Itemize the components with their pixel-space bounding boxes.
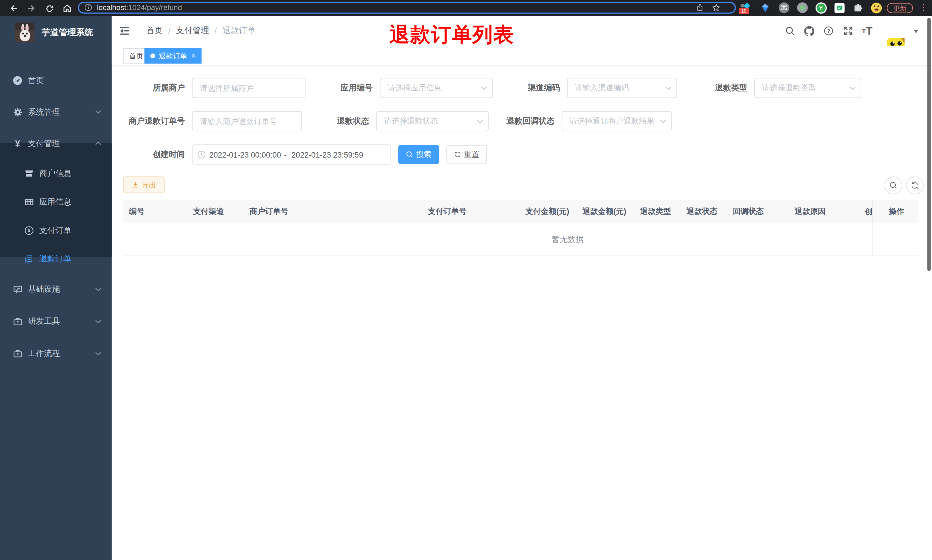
extension-green-dot-icon[interactable] [797,2,808,14]
column-header-action: 操作 [872,200,918,223]
column-header: 退款状态 [681,200,727,223]
refund-status-select[interactable]: 请选择退款状态 [376,111,489,132]
merchant-input[interactable] [192,78,306,98]
profile-avatar-icon[interactable] [870,2,882,14]
create-time-range-picker[interactable]: 2022-01-23 00:00:00 - 2022-01-23 23:59:5… [192,145,391,165]
extensions-puzzle-icon[interactable] [852,2,864,14]
refresh-icon [910,182,919,189]
sidebar-item-workflow[interactable]: 工作流程 [0,337,112,369]
extension-chat-icon[interactable] [833,2,845,14]
sidebar-item-system[interactable]: 系统管理 [0,96,112,128]
sidebar-item-label: 基础设施 [28,284,60,295]
sidebar-item-dev-tools[interactable]: 研发工具 [0,305,112,337]
briefcase-icon [12,317,23,326]
chevron-down-icon [95,110,102,114]
breadcrumb-current: 退款订单 [222,25,255,36]
table-search-toggle-button[interactable] [884,177,902,194]
breadcrumb-section[interactable]: 支付管理 [176,25,209,36]
tab-label: 首页 [129,49,143,63]
table-refresh-button[interactable] [906,177,924,194]
close-icon[interactable]: × [191,52,196,60]
extension-y-icon[interactable]: Y [815,2,827,14]
sidebar-item-label: 研发工具 [28,316,60,327]
export-button[interactable]: 导出 [123,177,165,193]
tags-view-bar: 首页 退款订单 × [112,46,932,66]
column-header: 支付订单号 [422,200,520,223]
browser-reload-icon[interactable] [44,3,55,14]
table-bottom-border [123,255,918,256]
sidebar-item-refund-order[interactable]: 退款订单 [0,245,112,274]
date-separator: - [284,150,287,159]
github-icon[interactable] [801,16,817,46]
browser-forward-icon[interactable] [26,3,37,14]
sidebar: 芋道管理系统 首页 系统管理 ¥ 支付管理 商户信息 [0,16,112,560]
sidebar-item-infrastructure[interactable]: 基础设施 [0,274,112,305]
extension-command-icon[interactable]: ⌘ [778,2,790,14]
download-icon [132,182,139,188]
reset-button[interactable]: 重置 [446,145,487,164]
sidebar-item-label: 系统管理 [28,107,60,117]
chevron-down-icon [95,352,102,355]
chevron-down-icon [665,86,672,90]
avatar-caret-icon[interactable] [914,30,918,33]
help-icon[interactable]: ? [821,16,836,46]
browser-menu-icon[interactable] [918,2,930,14]
search-icon[interactable] [782,16,798,46]
chevron-up-icon [95,142,102,145]
sidebar-item-label: 首页 [28,75,44,86]
url-bar[interactable]: localhost:1024/pay/refund [78,2,736,14]
font-size-icon[interactable]: TT [860,16,875,46]
sidebar-item-home[interactable]: 首页 [0,65,112,96]
sidebar-collapse-icon[interactable] [120,27,129,35]
fullscreen-icon[interactable] [840,16,856,46]
sidebar-item-label: 工作流程 [28,348,60,359]
gear-icon [12,107,23,117]
column-header: 回调状态 [727,200,789,223]
browser-back-icon[interactable] [8,3,19,14]
chevron-down-icon [477,119,483,123]
breadcrumb-home[interactable]: 首页 [146,25,163,36]
page-title-annotation: 退款订单列表 [389,22,514,49]
filter-label-refund-type: 退款类型 [688,78,747,98]
document-copy-icon [24,255,34,263]
sidebar-item-app-info[interactable]: 应用信息 [0,188,112,217]
refresh-icon [454,151,461,158]
column-header: 创建时间 [859,200,872,223]
search-button[interactable]: 搜索 [398,145,439,164]
filter-label-merchant: 所属商户 [125,78,185,98]
refund-type-select[interactable]: 请选择退款类型 [754,78,861,98]
yen-icon: ¥ [12,138,23,148]
browser-home-icon[interactable] [62,3,72,14]
bookmark-star-icon[interactable] [712,3,720,11]
filter-label-app: 应用编号 [313,78,373,98]
sidebar-item-merchant-info[interactable]: 商户信息 [0,159,112,188]
browser-chrome: localhost:1024/pay/refund 10 ⌘ Y [0,0,932,16]
date-start-value: 2022-01-23 00:00:00 [209,150,283,159]
column-header: 支付金额(元) [520,200,577,223]
page-scrollbar[interactable] [927,18,930,271]
site-info-icon[interactable] [85,3,92,11]
fixed-column-divider [872,200,872,256]
callback-status-select[interactable]: 请选择通知商户退款结果 [562,111,672,132]
extension-gem-icon[interactable] [759,2,771,14]
yen-circle-icon: ¥ [24,226,34,235]
column-header: 退款金额(元) [577,200,634,223]
column-header: 退款类型 [634,200,681,223]
svg-text:¥: ¥ [28,228,30,233]
share-icon[interactable] [696,3,704,11]
monitor-icon [12,285,23,294]
sidebar-item-pay[interactable]: ¥ 支付管理 [0,128,112,159]
table-header-row: 编号 支付渠道 商户订单号 支付订单号 支付金额(元) 退款金额(元) 退款类型… [123,200,872,223]
app-select[interactable]: 请选择应用信息 [380,78,493,98]
sidebar-item-pay-order[interactable]: ¥ 支付订单 [0,216,112,245]
sidebar-logo[interactable]: 芋道管理系统 [0,16,112,48]
channel-select[interactable]: 请输入渠道编码 [567,78,677,98]
merchant-refund-no-input[interactable] [192,111,302,132]
tab-refund-order[interactable]: 退款订单 × [145,48,201,63]
column-header: 退款原因 [789,200,859,223]
breadcrumb: 首页 / 支付管理 / 退款订单 [146,16,255,46]
url-text: localhost:1024/pay/refund [97,3,182,11]
chevron-down-icon [95,288,102,291]
browser-update-button[interactable]: 更新 [887,3,913,13]
column-header: 支付渠道 [188,200,244,223]
